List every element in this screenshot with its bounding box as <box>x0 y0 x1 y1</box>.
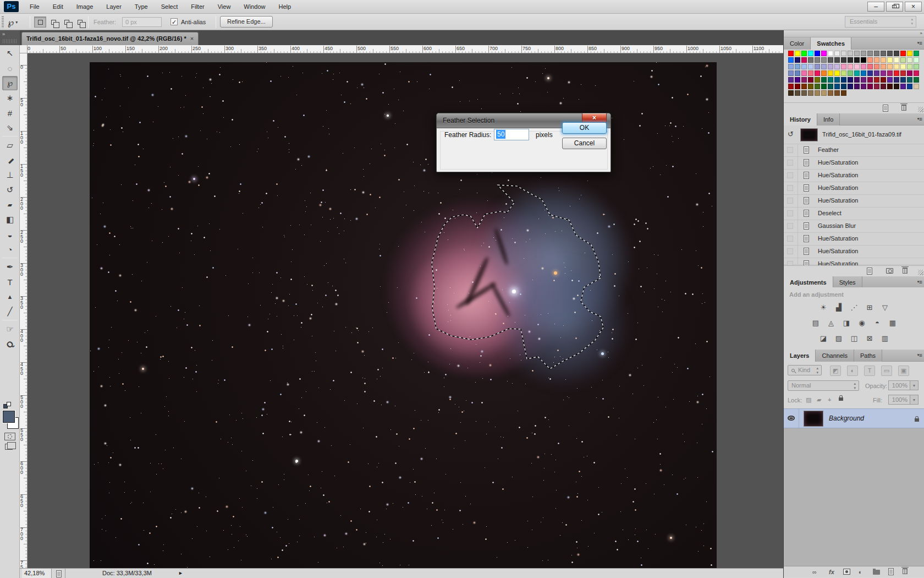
swatch[interactable] <box>900 70 906 76</box>
gradient-tool[interactable]: ◧ <box>2 212 18 227</box>
filter-type-layers-icon[interactable]: T <box>864 366 875 376</box>
tab-channels[interactable]: Channels <box>816 350 854 362</box>
swatch[interactable] <box>907 64 912 69</box>
swatch[interactable] <box>900 64 906 69</box>
history-brush-well[interactable] <box>784 208 798 220</box>
swatch[interactable] <box>887 70 893 76</box>
resize-grip[interactable] <box>918 270 923 275</box>
swatch[interactable] <box>848 77 853 83</box>
swatch[interactable] <box>894 51 899 56</box>
swatch[interactable] <box>841 51 846 56</box>
swatch[interactable] <box>861 77 866 83</box>
canvas-pasteboard[interactable] <box>28 53 783 568</box>
tab-adjustments[interactable]: Adjustments <box>784 276 833 288</box>
invert-icon[interactable]: ◪ <box>817 334 829 343</box>
layer-filter-kind-select[interactable]: Kind ▴▾ <box>788 365 822 375</box>
swatch[interactable] <box>854 70 860 76</box>
swatch[interactable] <box>828 90 833 96</box>
new-swatch-icon[interactable] <box>883 105 888 112</box>
swatch[interactable] <box>821 51 827 56</box>
subtract-from-selection-button[interactable] <box>61 17 73 28</box>
layer-name[interactable]: Background <box>829 415 864 422</box>
history-item[interactable]: Deselect <box>784 208 924 220</box>
status-menu-arrow[interactable]: ► <box>178 569 183 578</box>
lock-position-icon[interactable]: + <box>828 396 831 403</box>
vertical-ruler[interactable]: 05 01 0 01 5 02 0 02 5 03 0 03 5 04 0 04… <box>20 53 28 568</box>
vibrance-icon[interactable]: ▽ <box>879 303 891 313</box>
swatch[interactable] <box>841 64 846 69</box>
swatch[interactable] <box>828 77 833 83</box>
swatch[interactable] <box>788 64 794 69</box>
swatch[interactable] <box>881 77 886 83</box>
selective-color-icon[interactable]: ⊠ <box>864 334 876 343</box>
zoom-level-field[interactable]: 42,18% <box>22 569 52 578</box>
trash-icon[interactable] <box>903 568 908 574</box>
swatch[interactable] <box>808 90 813 96</box>
swatch[interactable] <box>808 64 813 69</box>
current-tool-button[interactable]: ℘ ▾ <box>8 15 30 29</box>
swatch[interactable] <box>894 77 899 83</box>
clone-stamp-tool[interactable]: ⊥ <box>2 168 18 182</box>
swatch[interactable] <box>801 77 807 83</box>
history-item[interactable]: Gaussian Blur <box>784 220 924 233</box>
dodge-tool[interactable]: ◔ <box>2 242 18 257</box>
eyedropper-tool[interactable]: ⇘ <box>2 121 18 135</box>
history-brush-source-icon[interactable]: ↺ <box>788 130 794 138</box>
menu-image[interactable]: Image <box>70 0 100 14</box>
panel-menu-icon[interactable]: ▾≡ <box>917 279 922 285</box>
panel-menu-icon[interactable]: ▾≡ <box>917 352 922 358</box>
add-layer-mask-icon[interactable] <box>843 569 850 575</box>
lock-pixels-icon[interactable]: ▰ <box>817 396 821 403</box>
move-tool[interactable]: ↖ <box>2 46 18 61</box>
swatch[interactable] <box>867 77 873 83</box>
swatch[interactable] <box>894 70 899 76</box>
history-brush-well[interactable] <box>784 170 798 182</box>
menu-filter[interactable]: Filter <box>184 0 211 14</box>
curves-icon[interactable]: ⋰ <box>848 303 860 313</box>
swatch[interactable] <box>881 84 886 89</box>
swatch[interactable] <box>821 57 827 63</box>
menu-select[interactable]: Select <box>155 0 185 14</box>
new-selection-button[interactable] <box>34 17 46 28</box>
filter-adjustment-layers-icon[interactable]: ◐ <box>847 366 858 376</box>
blur-tool[interactable]: ◒ <box>2 227 18 242</box>
new-layer-icon[interactable] <box>888 568 894 575</box>
swatch[interactable] <box>788 51 794 56</box>
posterize-icon[interactable]: ▨ <box>833 334 845 343</box>
refine-edge-button[interactable]: Refine Edge... <box>220 16 273 28</box>
panel-menu-icon[interactable]: ▾≡ <box>917 40 922 46</box>
swatch[interactable] <box>815 70 820 76</box>
swatch[interactable] <box>881 64 886 69</box>
swatch[interactable] <box>808 84 813 89</box>
menu-type[interactable]: Type <box>128 0 155 14</box>
tab-layers[interactable]: Layers <box>784 350 816 362</box>
add-to-selection-button[interactable] <box>47 17 59 28</box>
swatch[interactable] <box>874 57 879 63</box>
history-brush-well[interactable] <box>784 246 798 258</box>
close-tab-icon[interactable]: × <box>190 35 194 42</box>
swatch[interactable] <box>788 57 794 63</box>
exposure-icon[interactable]: ⊞ <box>864 303 876 313</box>
swatch[interactable] <box>874 77 879 83</box>
history-snapshot-row[interactable]: ↺ Trifid_osc_16bit_01-faza09.tif <box>784 126 924 144</box>
swatch[interactable] <box>854 57 860 63</box>
foreground-color-chip[interactable] <box>3 411 15 423</box>
swatch[interactable] <box>894 84 899 89</box>
swatch[interactable] <box>801 70 807 76</box>
swatch[interactable] <box>900 84 906 89</box>
history-item[interactable]: Hue/Saturation <box>784 258 924 265</box>
history-item[interactable]: Hue/Saturation <box>784 182 924 195</box>
eraser-tool[interactable]: ▰ <box>2 198 18 212</box>
swatch[interactable] <box>795 90 800 96</box>
history-item[interactable]: Hue/Saturation <box>784 157 924 170</box>
gradient-map-icon[interactable]: ▥ <box>879 334 891 343</box>
swatch[interactable] <box>815 51 820 56</box>
path-selection-tool[interactable]: ▲ <box>2 290 18 304</box>
swatch[interactable] <box>900 77 906 83</box>
swatch[interactable] <box>848 51 853 56</box>
swatch[interactable] <box>867 84 873 89</box>
swatch[interactable] <box>788 70 794 76</box>
swatch[interactable] <box>887 57 893 63</box>
menu-edit[interactable]: Edit <box>46 0 70 14</box>
swatch[interactable] <box>861 70 866 76</box>
